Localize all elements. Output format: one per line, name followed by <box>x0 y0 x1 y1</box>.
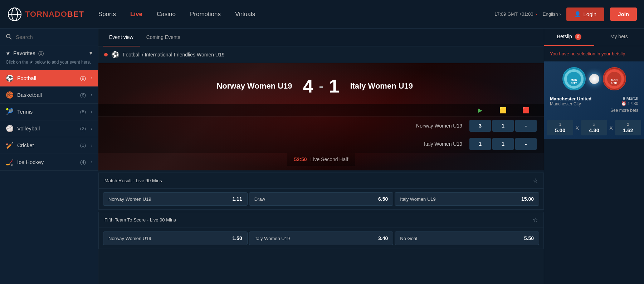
bet-option-fifth-home[interactable]: Norway Women U19 1.50 <box>103 231 248 245</box>
volleyball-chevron-icon: › <box>91 126 92 131</box>
language-selector[interactable]: English › <box>543 11 561 17</box>
nav-casino[interactable]: Casino <box>157 11 176 18</box>
bet-option-fifth-away[interactable]: Italy Women U19 3.40 <box>249 231 394 245</box>
clock-icon: ⏰ <box>621 101 626 106</box>
home-score: 4 <box>303 75 313 97</box>
sport-item-tennis[interactable]: 🎾 Tennis (8) › <box>0 104 98 120</box>
volleyball-label: Volleyball <box>17 125 77 131</box>
svg-text:MAN: MAN <box>611 78 618 81</box>
stats-icons-row: ▶ 🟨 🟥 <box>469 107 544 114</box>
sport-item-ice-hockey[interactable]: 🏒 Ice Hockey (4) › <box>0 154 98 171</box>
search-icon <box>6 34 12 40</box>
see-more-bets-link[interactable]: See more bets <box>550 108 638 113</box>
user-icon: 👤 <box>574 11 581 18</box>
bet-option-no-goal[interactable]: No Goal 5.50 <box>395 231 539 245</box>
login-button[interactable]: 👤 Login <box>566 8 604 21</box>
live-indicator-dot <box>104 53 108 56</box>
join-button[interactable]: Join <box>610 8 637 21</box>
bet-label-fifth-away: Italy Women U19 <box>254 236 290 241</box>
odds-box-2[interactable]: 2 1.62 <box>615 120 641 135</box>
logo[interactable]: TORNADOBET <box>7 7 84 22</box>
football-icon: ⚽ <box>6 74 14 82</box>
betslip-badge: 0 <box>575 34 581 40</box>
fifth-team-favorite-icon[interactable]: ☆ <box>533 216 538 223</box>
cricket-chevron-icon: › <box>91 143 92 148</box>
betting-section-match-result: Match Result - Live 90 Mins ☆ Norway Wom… <box>98 173 544 210</box>
volleyball-icon: 🏐 <box>6 125 14 133</box>
tab-event-view[interactable]: Event view <box>103 29 140 46</box>
sport-item-cricket[interactable]: 🏏 Cricket (1) › <box>0 137 98 154</box>
nav-virtuals[interactable]: Virtuals <box>235 11 255 18</box>
promo-date: 8 March <box>621 96 638 101</box>
stat-home-corners: 3 <box>469 120 491 132</box>
stats-away-values: 1 1 - <box>469 138 537 150</box>
football-count: (9) <box>80 75 86 81</box>
search-area <box>0 29 98 45</box>
match-teams-row: Norway Women U19 4 - 1 Italy Women U19 <box>98 68 544 104</box>
promo-match-info: Manchester United Manchester City 8 Marc… <box>544 94 644 116</box>
svg-text:CITY: CITY <box>571 81 577 85</box>
sport-item-basketball[interactable]: 🏀 Basketball (6) › <box>0 87 98 104</box>
promo-clubs-display: MAN CITY MAN UTD <box>544 61 644 94</box>
sport-item-volleyball[interactable]: 🏐 Volleyball (2) › <box>0 120 98 137</box>
no-selection-message: You have no selection in your betslip. <box>544 46 644 61</box>
fifth-team-title: Fifth Team To Score - Live 90 Mins <box>104 217 176 223</box>
favorites-header[interactable]: ★ Favorites (0) ▾ <box>6 50 92 56</box>
tab-coming-events[interactable]: Coming Events <box>140 29 187 46</box>
basketball-chevron-icon: › <box>91 93 92 98</box>
sidebar: ★ Favorites (0) ▾ Click on the ★ below t… <box>0 29 98 284</box>
promo-home-team: Manchester United <box>550 96 591 101</box>
promo-date-area: 8 March ⏰ 17:30 <box>621 96 638 106</box>
tab-betslip[interactable]: Betslip 0 <box>544 29 594 46</box>
stats-row-home: Norway Women U19 3 1 - <box>98 116 544 135</box>
top-right-area: 17:09 GMT +01:00 › English › 👤 Login Joi… <box>494 8 637 21</box>
stat-home-red: - <box>515 120 537 132</box>
promo-match-card: MAN CITY MAN UTD <box>544 61 644 139</box>
match-result-title: Match Result - Live 90 Mins <box>104 178 162 183</box>
nav-sports[interactable]: Sports <box>98 11 116 18</box>
sport-item-football[interactable]: ⚽ Football (9) › <box>0 70 98 87</box>
nav-live[interactable]: Live <box>130 11 142 18</box>
svg-line-4 <box>10 38 11 39</box>
search-input[interactable] <box>16 34 92 40</box>
bet-option-away-win[interactable]: Italy Women U19 15.00 <box>395 192 539 206</box>
bet-odds-no-goal: 5.50 <box>524 235 534 241</box>
man-city-logo: MAN CITY <box>562 67 586 90</box>
betting-section-match-result-header: Match Result - Live 90 Mins ☆ <box>99 173 543 189</box>
favorites-chevron-icon: ▾ <box>89 50 92 56</box>
stats-away-team: Italy Women U19 <box>106 141 469 147</box>
football-chevron-icon: › <box>91 76 92 81</box>
favorites-label: Favorites <box>13 50 35 56</box>
ice-hockey-count: (4) <box>80 159 86 165</box>
cricket-label: Cricket <box>17 142 77 148</box>
basketball-icon: 🏀 <box>6 91 14 99</box>
tennis-chevron-icon: › <box>91 109 92 114</box>
volleyball-count: (2) <box>80 126 86 131</box>
stat-home-yellow: 1 <box>492 120 514 132</box>
match-display: Norway Women U19 4 - 1 Italy Women U19 ▶… <box>98 63 544 170</box>
bet-odds-home: 1.11 <box>232 196 242 202</box>
ice-hockey-chevron-icon: › <box>91 160 92 165</box>
bet-option-draw[interactable]: Draw 6.50 <box>249 192 394 206</box>
man-utd-logo: MAN UTD <box>603 67 626 90</box>
betting-section-fifth-team: Fifth Team To Score - Live 90 Mins ☆ Nor… <box>98 212 544 249</box>
tennis-label: Tennis <box>17 109 77 115</box>
svg-text:MAN: MAN <box>571 78 577 81</box>
fifth-team-options: Norway Women U19 1.50 Italy Women U19 3.… <box>99 228 543 249</box>
bet-odds-away: 15.00 <box>521 196 534 202</box>
odds-box-x[interactable]: x 4.30 <box>581 120 607 135</box>
odds-box-1[interactable]: 1 5.00 <box>547 120 573 135</box>
match-result-favorite-icon[interactable]: ☆ <box>533 177 538 184</box>
main-layout: ★ Favorites (0) ▾ Click on the ★ below t… <box>0 29 644 284</box>
tab-my-bets[interactable]: My bets <box>594 29 644 46</box>
away-score: 1 <box>329 75 340 97</box>
promo-time: ⏰ 17:30 <box>621 101 638 106</box>
odds-label-1: 1 <box>559 122 561 126</box>
bet-option-home-win[interactable]: Norway Women U19 1.11 <box>103 192 248 206</box>
cricket-count: (1) <box>80 143 86 148</box>
tennis-count: (8) <box>80 109 86 114</box>
basketball-count: (6) <box>80 92 86 98</box>
stats-rows: Norway Women U19 3 1 - Italy Women U19 1… <box>98 116 544 153</box>
nav-promotions[interactable]: Promotions <box>190 11 221 18</box>
right-panel-scroll: You have no selection in your betslip. M… <box>544 46 644 284</box>
